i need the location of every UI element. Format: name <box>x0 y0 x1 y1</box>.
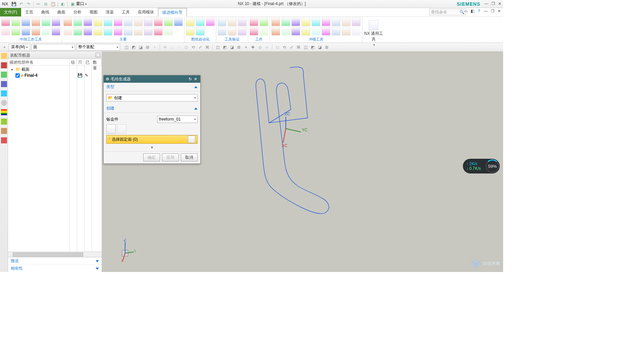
selbar-tool-icon[interactable]: ○ <box>176 44 182 50</box>
ribbon-tool-icon[interactable] <box>206 17 215 26</box>
tab-progressive-die-wizard[interactable]: 级进模向导 <box>158 8 187 17</box>
tab-render[interactable]: 渲染 <box>102 8 118 16</box>
ribbon-tool-icon[interactable] <box>186 17 195 26</box>
selection-filter-scope[interactable]: 整个装配▾ <box>76 44 120 51</box>
ribbon-tool-icon[interactable] <box>144 27 153 36</box>
ribbon-tool-icon[interactable] <box>352 17 361 26</box>
ribbon-tool-icon[interactable] <box>154 17 163 26</box>
ribbon-tool-icon[interactable] <box>52 17 60 26</box>
restore-button[interactable]: ❐ <box>490 1 496 7</box>
ribbon-tool-icon[interactable] <box>228 17 236 26</box>
ribbon-tool-icon[interactable] <box>32 27 40 36</box>
rail-roles-icon[interactable] <box>1 128 7 134</box>
graphics-viewport[interactable]: ZC YC XC ⚙ 毛坯生成器 ↻ ✕ 类型 📂 创建▾ 创建 钣 <box>102 52 503 272</box>
ribbon-tool-icon[interactable] <box>63 27 72 36</box>
cancel-button[interactable]: 取消 <box>181 153 198 161</box>
ribbon-tool-icon[interactable] <box>238 17 247 26</box>
ribbon-tool-icon[interactable] <box>250 27 258 36</box>
selbar-tool-icon[interactable]: ⌘ <box>296 44 302 50</box>
ribbon-tool-icon[interactable] <box>260 27 268 36</box>
ribbon-tool-icon[interactable] <box>281 27 290 36</box>
rail-color-icon[interactable] <box>1 109 7 115</box>
ribbon-tool-icon[interactable] <box>342 17 351 26</box>
pin-icon[interactable] <box>96 53 100 57</box>
ribbon-tool-icon[interactable] <box>312 17 320 26</box>
dialog-reset-icon[interactable]: ↻ <box>187 77 193 81</box>
ribbon-tool-icon[interactable] <box>352 27 361 36</box>
doc-restore-button[interactable]: ❐ <box>490 9 495 14</box>
doc-close-button[interactable]: ✕ <box>496 9 502 14</box>
section-type-header[interactable]: 类型 <box>104 83 200 91</box>
qat-toggle-icon[interactable]: ◐ <box>60 1 66 7</box>
rail-system-icon[interactable] <box>1 137 7 143</box>
ribbon-tool-icon[interactable] <box>114 17 122 26</box>
select-face-button[interactable] <box>188 136 195 143</box>
help-icon[interactable]: ? <box>476 9 482 14</box>
ribbon-tool-icon[interactable] <box>114 27 122 36</box>
selbar-tool-icon[interactable]: ◫ <box>123 44 129 50</box>
selbar-tool-icon[interactable]: □ <box>183 44 189 50</box>
ribbon-tool-icon[interactable] <box>52 27 60 36</box>
ribbon-tool-icon[interactable] <box>144 17 153 26</box>
command-search[interactable]: 查找命令 🔍 <box>429 9 466 15</box>
close-button[interactable]: ✕ <box>497 1 502 7</box>
qat-redo-icon[interactable]: ↷ <box>25 1 32 7</box>
tree-row-final4[interactable]: ◆ Final-4 💾 ✎ <box>8 72 102 78</box>
ribbon-tool-icon[interactable] <box>322 17 330 26</box>
rail-reuse-icon[interactable] <box>1 72 7 78</box>
rail-part-navigator-icon[interactable] <box>1 62 7 68</box>
dependencies-section[interactable]: 相依性 <box>8 265 102 272</box>
selbar-tool-icon[interactable]: ⤢ <box>288 44 294 50</box>
ribbon-tool-icon[interactable] <box>174 17 183 26</box>
selbar-tool-icon[interactable]: ⌘ <box>204 44 210 50</box>
col-count[interactable]: 数量 <box>92 59 102 65</box>
section-create-header[interactable]: 创建 <box>104 104 200 113</box>
selbar-tool-icon[interactable]: ◪ <box>229 44 235 50</box>
ribbon-tool-icon[interactable] <box>196 17 205 26</box>
ribbon-tool-icon[interactable] <box>342 27 351 36</box>
ribbon-tool-icon[interactable] <box>84 17 92 26</box>
rail-web-icon[interactable] <box>1 90 7 96</box>
ribbon-tool-icon[interactable] <box>312 27 320 36</box>
expand-icon[interactable]: ▸ <box>11 67 15 72</box>
rail-measure-icon[interactable] <box>1 119 7 125</box>
ribbon-tool-icon[interactable] <box>104 27 112 36</box>
tab-curve[interactable]: 曲线 <box>37 8 53 16</box>
ribbon-tool-icon[interactable] <box>322 27 330 36</box>
doc-minimize-button[interactable]: — <box>483 9 488 14</box>
selbar-tool-icon[interactable]: ⌖ <box>243 44 249 50</box>
ribbon-tool-icon[interactable] <box>164 27 173 36</box>
selbar-tool-icon[interactable]: ◩ <box>222 44 228 50</box>
ribbon-tool-icon[interactable] <box>260 17 268 26</box>
ribbon-tool-icon[interactable] <box>42 17 50 26</box>
ribbon-tool-icon[interactable] <box>94 27 102 36</box>
ribbon-tool-icon[interactable] <box>1 27 10 36</box>
qat-window-icon[interactable]: ▣ <box>69 1 75 7</box>
ribbon-tool-icon[interactable] <box>32 17 40 26</box>
col-readonly[interactable]: 只 <box>77 59 84 65</box>
ribbon-tool-icon[interactable] <box>218 27 226 36</box>
tab-surface[interactable]: 曲面 <box>53 8 69 16</box>
menu-file[interactable]: 文件(F) <box>0 8 21 16</box>
selbar-tool-icon[interactable]: ⊞ <box>145 44 151 50</box>
ribbon-tool-icon[interactable] <box>124 27 132 36</box>
qat-undo-icon[interactable]: ↶ <box>18 1 24 7</box>
dialog-close-icon[interactable]: ✕ <box>193 77 198 81</box>
tab-application[interactable]: 应用模块 <box>134 8 158 16</box>
ribbon-tool-icon[interactable] <box>238 27 247 36</box>
option-tree-button[interactable] <box>106 124 116 134</box>
ribbon-tool-icon[interactable] <box>11 27 20 36</box>
tree-checkbox[interactable] <box>15 73 20 78</box>
selbar-tool-icon[interactable]: □ <box>274 44 280 50</box>
ribbon-tool-icon[interactable] <box>104 17 112 26</box>
preview-section[interactable]: 预览 <box>8 257 102 265</box>
ribbon-tool-icon[interactable] <box>186 27 195 36</box>
ribbon-tool-icon[interactable] <box>21 27 30 36</box>
ribbon-tool-icon[interactable] <box>228 27 236 36</box>
selbar-tool-icon[interactable]: ◩ <box>310 44 316 50</box>
ribbon-tool-icon[interactable] <box>11 17 20 26</box>
expand-more-icon[interactable]: ▾ <box>106 145 198 150</box>
ribbon-tool-icon[interactable] <box>291 27 300 36</box>
selbar-tool-icon[interactable]: ⤢ <box>197 44 203 50</box>
selbar-tool-icon[interactable]: ◫ <box>303 44 309 50</box>
